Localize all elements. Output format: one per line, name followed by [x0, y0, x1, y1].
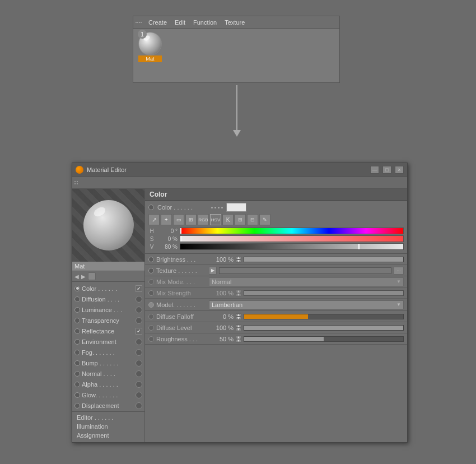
channel-check-color[interactable]: ✓: [136, 285, 142, 292]
nav-prev[interactable]: ◀: [74, 273, 79, 280]
menu-texture[interactable]: Texture: [221, 18, 248, 27]
channel-radio-transparency[interactable]: [74, 318, 80, 323]
mix-mode-select[interactable]: Normal ▼: [209, 277, 404, 286]
color-section: Color . . . . . . ↗ ✦ ▭ ⊞ RGB: [145, 201, 407, 254]
channel-normal[interactable]: Normal . . . .: [72, 368, 144, 379]
channel-radio-alpha[interactable]: [74, 382, 80, 387]
icon-rgb[interactable]: RGB: [198, 214, 209, 225]
editor-item-illumination[interactable]: Illumination: [74, 422, 142, 431]
channel-fog[interactable]: Fog. . . . . . .: [72, 347, 144, 358]
channel-radio-color[interactable]: [74, 286, 80, 291]
channel-radio-luminance[interactable]: [74, 307, 80, 313]
flow-arrow: [233, 85, 241, 137]
channel-radio-displacement[interactable]: [74, 403, 80, 409]
preview-sphere: [83, 200, 134, 250]
texture-play[interactable]: ▶: [209, 267, 217, 275]
color-swatch[interactable]: [226, 203, 246, 212]
mix-mode-row: Mix Mode. . . . Normal ▼: [145, 276, 407, 287]
texture-enable[interactable]: [148, 268, 154, 273]
diffuse-falloff-enable[interactable]: [148, 314, 154, 319]
channel-name-diffusion: Diffusion . . . .: [82, 296, 134, 303]
channel-luminance[interactable]: Luminance . . .: [72, 304, 144, 315]
icon-hsv[interactable]: HSV: [210, 214, 221, 225]
channel-glow[interactable]: Glow. . . . . . .: [72, 389, 144, 400]
icon-eyedropper[interactable]: ✎: [259, 214, 270, 225]
badge-number: 1: [138, 30, 147, 39]
model-select[interactable]: Lambertian ▼: [209, 300, 404, 309]
mat-label: Mat: [138, 55, 162, 62]
mix-down: ▼: [236, 293, 241, 296]
brightness-down[interactable]: ▼: [236, 259, 241, 263]
channel-transparency[interactable]: Transparency: [72, 315, 144, 326]
channel-radio-diffusion[interactable]: [74, 296, 80, 302]
icon-flat[interactable]: ▭: [173, 214, 184, 225]
channel-bump[interactable]: Bump . . . . . .: [72, 358, 144, 368]
channel-radio-fog[interactable]: [74, 350, 80, 355]
channel-diffusion[interactable]: Diffusion . . . .: [72, 294, 144, 304]
roughness-slider[interactable]: [244, 336, 404, 342]
diffuse-level-slider[interactable]: [244, 325, 404, 331]
h-label: H: [148, 228, 155, 234]
texture-more[interactable]: ···: [394, 267, 404, 275]
channel-reflectance[interactable]: Reflectance ✓: [72, 326, 144, 336]
props-scroll: Color . . . . . . ↗ ✦ ▭ ⊞ RGB: [145, 201, 407, 442]
roughness-enable[interactable]: [148, 336, 154, 342]
menu-create[interactable]: Create: [145, 18, 170, 27]
s-thumb: [180, 236, 181, 242]
icon-arrows[interactable]: ↗: [148, 214, 160, 225]
icon-grid2[interactable]: ⊞: [235, 214, 246, 225]
minimize-button[interactable]: —: [370, 166, 379, 174]
preview-area: [72, 189, 144, 262]
icon-star[interactable]: ✦: [161, 214, 172, 225]
channel-radio-environment[interactable]: [74, 339, 80, 345]
icon-k[interactable]: K: [222, 214, 234, 225]
brightness-slider[interactable]: [244, 257, 404, 262]
diffuse-falloff-stepper[interactable]: ▲ ▼: [236, 313, 241, 320]
channel-name-luminance: Luminance . . .: [82, 307, 134, 313]
channel-environment[interactable]: Environment: [72, 336, 144, 347]
close-button[interactable]: ×: [395, 166, 404, 174]
channel-radio-normal[interactable]: [74, 371, 80, 377]
brightness-enable[interactable]: [148, 257, 154, 262]
icon-grid[interactable]: ⊞: [185, 214, 197, 225]
arrow-line: [236, 85, 237, 130]
nav-icon[interactable]: [88, 272, 96, 280]
diffuse-falloff-slider[interactable]: [244, 314, 404, 319]
maximize-button[interactable]: □: [382, 166, 391, 174]
model-enable[interactable]: [148, 302, 154, 308]
channel-displacement[interactable]: Displacement: [72, 400, 144, 411]
color-label: Color . . . . . .: [157, 204, 208, 211]
brightness-stepper[interactable]: ▲ ▼: [236, 256, 241, 263]
channel-name-glow: Glow. . . . . . .: [82, 392, 134, 398]
diffuse-level-stepper[interactable]: ▲ ▼: [236, 324, 241, 331]
s-slider[interactable]: [180, 235, 404, 242]
editor-item-assignment[interactable]: Assignment: [74, 431, 142, 440]
channel-radio-reflectance[interactable]: [74, 328, 80, 334]
diffuse-level-enable[interactable]: [148, 325, 154, 331]
nav-controls: ◀ ▶: [72, 271, 144, 282]
channel-alpha[interactable]: Alpha . . . . . .: [72, 379, 144, 389]
diffuse-falloff-down[interactable]: ▼: [236, 317, 241, 320]
channel-name-alpha: Alpha . . . . . .: [82, 381, 134, 388]
diffuse-level-fill: [244, 326, 403, 330]
channel-color[interactable]: Color . . . . . . ✓: [72, 283, 144, 294]
diffuse-level-down[interactable]: ▼: [236, 328, 241, 331]
icon-minus[interactable]: ⊟: [247, 214, 258, 225]
h-slider[interactable]: [180, 228, 404, 234]
editor-item-editor[interactable]: Editor . . . . . .: [74, 413, 142, 422]
texture-bar[interactable]: [219, 267, 391, 274]
roughness-stepper[interactable]: ▲ ▼: [236, 336, 241, 342]
color-enable-radio[interactable]: [148, 205, 154, 210]
brightness-label: Brightness . . .: [156, 256, 207, 263]
diffuse-falloff-fill: [244, 314, 308, 319]
menu-edit[interactable]: Edit: [171, 18, 189, 27]
roughness-down[interactable]: ▼: [236, 339, 241, 342]
channel-radio-bump[interactable]: [74, 360, 80, 366]
editor-items: Editor . . . . . . Illumination Assignme…: [72, 411, 144, 442]
channel-check-reflectance[interactable]: ✓: [136, 328, 142, 335]
v-slider[interactable]: [180, 243, 404, 250]
nav-next[interactable]: ▶: [81, 273, 86, 280]
channel-radio-glow[interactable]: [74, 392, 80, 398]
menu-function[interactable]: Function: [190, 18, 220, 27]
channel-name-bump: Bump . . . . . .: [82, 360, 134, 366]
